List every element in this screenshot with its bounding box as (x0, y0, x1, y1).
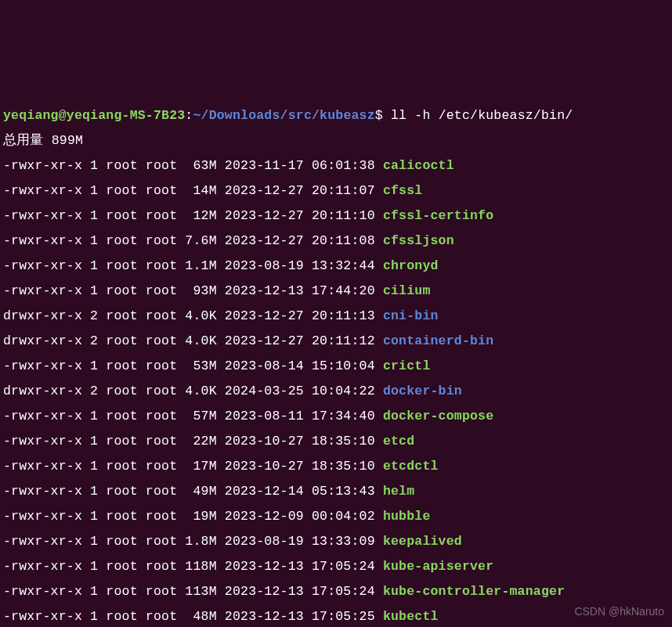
directory-name: docker-bin (383, 384, 462, 398)
executable-name: kubectl (383, 609, 439, 624)
executable-name: cfssl-certinfo (383, 208, 493, 223)
listing-row: -rwxr-xr-x 1 root root 1.1M 2023-08-19 1… (3, 254, 672, 279)
executable-name: etcdctl (383, 459, 439, 474)
executable-name: etcd (383, 434, 414, 449)
prompt-dollar: $ (375, 108, 391, 123)
listing-row: -rwxr-xr-x 1 root root 93M 2023-12-13 17… (3, 279, 672, 304)
file-metadata: -rwxr-xr-x 1 root root 7.6M 2023-12-27 2… (3, 233, 383, 248)
listing-row: -rwxr-xr-x 1 root root 53M 2023-08-14 15… (3, 354, 672, 379)
listing-row: -rwxr-xr-x 1 root root 1.8M 2023-08-19 1… (3, 529, 672, 554)
total-summary: 总用量 899M (3, 128, 672, 153)
listing-row: -rwxr-xr-x 1 root root 19M 2023-12-09 00… (3, 504, 672, 529)
executable-name: kube-controller-manager (383, 584, 565, 599)
file-metadata: drwxr-xr-x 2 root root 4.0K 2023-12-27 2… (3, 308, 383, 323)
executable-name: calicoctl (383, 158, 454, 173)
listing-row: -rwxr-xr-x 1 root root 57M 2023-08-11 17… (3, 404, 672, 429)
listing-row: -rwxr-xr-x 1 root root 17M 2023-10-27 18… (3, 454, 672, 479)
file-metadata: -rwxr-xr-x 1 root root 48M 2023-12-13 17… (3, 609, 383, 624)
file-metadata: -rwxr-xr-x 1 root root 49M 2023-12-14 05… (3, 484, 383, 499)
directory-name: cni-bin (383, 308, 439, 323)
file-metadata: -rwxr-xr-x 1 root root 22M 2023-10-27 18… (3, 434, 383, 449)
command-text: ll -h /etc/kubeasz/bin/ (391, 108, 573, 123)
executable-name: chronyd (383, 258, 439, 273)
file-metadata: -rwxr-xr-x 1 root root 63M 2023-11-17 06… (3, 158, 383, 173)
file-metadata: drwxr-xr-x 2 root root 4.0K 2024-03-25 1… (3, 384, 383, 398)
listing-row: -rwxr-xr-x 1 root root 48M 2023-12-13 17… (3, 604, 672, 627)
executable-name: cfssl (383, 183, 423, 198)
listing-row: -rwxr-xr-x 1 root root 22M 2023-10-27 18… (3, 429, 672, 454)
listing-row: -rwxr-xr-x 1 root root 49M 2023-12-14 05… (3, 479, 672, 504)
executable-name: hubble (383, 509, 431, 524)
prompt-user-host: yeqiang@yeqiang-MS-7B23 (3, 108, 185, 123)
file-metadata: -rwxr-xr-x 1 root root 1.1M 2023-08-19 1… (3, 258, 383, 273)
listing-row: -rwxr-xr-x 1 root root 113M 2023-12-13 1… (3, 579, 672, 604)
prompt-colon: : (185, 108, 193, 123)
terminal-output[interactable]: yeqiang@yeqiang-MS-7B23:~/Downloads/src/… (3, 103, 672, 627)
executable-name: crictl (383, 359, 431, 373)
file-metadata: -rwxr-xr-x 1 root root 93M 2023-12-13 17… (3, 283, 383, 298)
file-metadata: -rwxr-xr-x 1 root root 19M 2023-12-09 00… (3, 509, 383, 524)
executable-name: cfssljson (383, 233, 454, 248)
file-metadata: -rwxr-xr-x 1 root root 118M 2023-12-13 1… (3, 559, 383, 574)
listing-row: -rwxr-xr-x 1 root root 63M 2023-11-17 06… (3, 153, 672, 178)
listing-row: -rwxr-xr-x 1 root root 118M 2023-12-13 1… (3, 554, 672, 579)
file-metadata: drwxr-xr-x 2 root root 4.0K 2023-12-27 2… (3, 333, 383, 348)
prompt-line[interactable]: yeqiang@yeqiang-MS-7B23:~/Downloads/src/… (3, 103, 672, 128)
file-metadata: -rwxr-xr-x 1 root root 53M 2023-08-14 15… (3, 359, 383, 373)
prompt-path: ~/Downloads/src/kubeasz (193, 108, 374, 123)
watermark: CSDN @hkNaruto (574, 601, 664, 622)
file-metadata: -rwxr-xr-x 1 root root 57M 2023-08-11 17… (3, 409, 383, 423)
executable-name: cilium (383, 283, 431, 298)
executable-name: docker-compose (383, 409, 493, 423)
file-metadata: -rwxr-xr-x 1 root root 113M 2023-12-13 1… (3, 584, 383, 599)
listing-row: -rwxr-xr-x 1 root root 14M 2023-12-27 20… (3, 178, 672, 204)
executable-name: kube-apiserver (383, 559, 493, 574)
listing-row: -rwxr-xr-x 1 root root 12M 2023-12-27 20… (3, 204, 672, 229)
file-metadata: -rwxr-xr-x 1 root root 12M 2023-12-27 20… (3, 208, 383, 223)
directory-name: containerd-bin (383, 333, 493, 348)
file-metadata: -rwxr-xr-x 1 root root 17M 2023-10-27 18… (3, 459, 383, 474)
executable-name: helm (383, 484, 414, 499)
listing-row: drwxr-xr-x 2 root root 4.0K 2023-12-27 2… (3, 304, 672, 329)
file-metadata: -rwxr-xr-x 1 root root 1.8M 2023-08-19 1… (3, 534, 383, 549)
file-metadata: -rwxr-xr-x 1 root root 14M 2023-12-27 20… (3, 183, 383, 198)
executable-name: keepalived (383, 534, 462, 549)
listing-row: drwxr-xr-x 2 root root 4.0K 2024-03-25 1… (3, 379, 672, 404)
listing-row: -rwxr-xr-x 1 root root 7.6M 2023-12-27 2… (3, 229, 672, 254)
listing-row: drwxr-xr-x 2 root root 4.0K 2023-12-27 2… (3, 329, 672, 354)
